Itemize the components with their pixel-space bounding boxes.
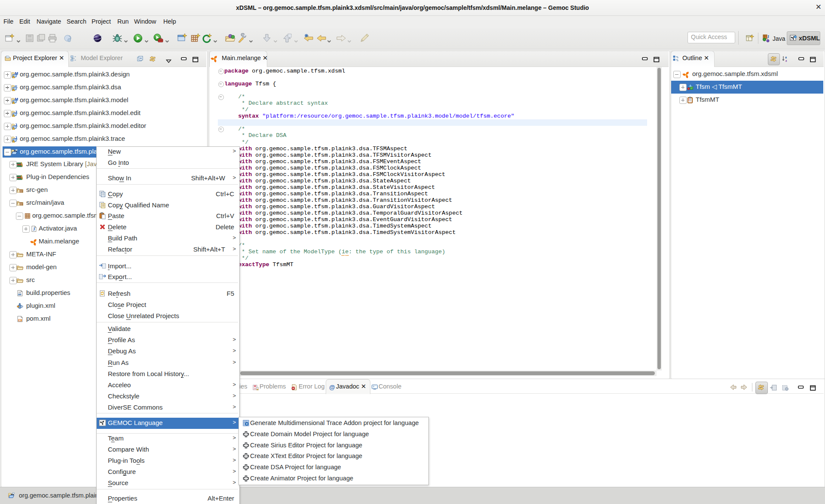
svg-text:J: J xyxy=(15,110,17,114)
svg-text:010: 010 xyxy=(18,294,22,296)
svg-text:J: J xyxy=(33,227,35,231)
svg-text:J: J xyxy=(767,34,769,39)
svg-text:J: J xyxy=(15,123,17,127)
svg-text:M: M xyxy=(15,97,18,101)
svg-text:M: M xyxy=(15,71,18,76)
svg-text:M: M xyxy=(19,319,21,322)
svg-text:z: z xyxy=(785,59,787,62)
svg-text:J: J xyxy=(15,136,17,140)
